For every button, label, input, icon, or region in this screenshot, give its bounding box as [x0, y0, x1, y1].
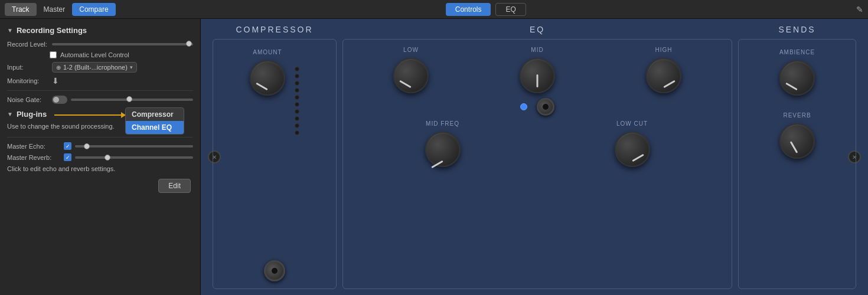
led-3 [295, 81, 299, 86]
record-level-slider[interactable] [52, 43, 193, 45]
eq-low-knob[interactable] [393, 58, 429, 93]
master-echo-slider[interactable] [75, 145, 193, 148]
monitoring-icon[interactable]: ⬇ [52, 76, 59, 86]
master-echo-checkbox[interactable] [64, 142, 71, 150]
eq-midfreq-label: MID FREQ [426, 120, 459, 127]
auto-level-checkbox[interactable] [50, 51, 57, 58]
reverb-knob[interactable] [779, 123, 815, 159]
master-reverb-thumb[interactable] [105, 155, 110, 160]
plugins-arrow [54, 114, 125, 116]
led-2 [295, 74, 299, 78]
master-reverb-checkbox[interactable] [64, 153, 71, 161]
noise-gate-toggle[interactable] [52, 96, 67, 104]
divider-2 [7, 137, 193, 137]
eq-midfreq-knob[interactable] [425, 132, 461, 167]
master-reverb-slider[interactable] [75, 156, 193, 159]
amount-knob-container: AMOUNT [250, 49, 285, 96]
tab-track[interactable]: Track [5, 3, 37, 16]
led-6 [295, 102, 299, 107]
echo-reverb-text: Click to edit echo and reverb settings. [7, 165, 193, 173]
led-column [295, 67, 299, 135]
eq-high-knob[interactable] [646, 58, 681, 93]
plugins-triangle-icon: ▼ [7, 111, 13, 117]
eq-middle-row [350, 98, 725, 116]
reverb-label: REVERB [783, 112, 811, 119]
compressor-jack-area [264, 253, 285, 281]
right-panel: ✕ ✕ COMPRESSOR AMOUNT [201, 19, 868, 295]
input-value: 1-2 (Built-...icrophone) [63, 64, 128, 71]
eq-inner: LOW MID HIGH [350, 47, 725, 167]
noise-gate-slider[interactable] [71, 99, 193, 101]
plugins-section: ▼ Plug-ins Compressor Channel EQ Use to … [7, 110, 193, 131]
compressor-title: COMPRESSOR [236, 25, 313, 34]
btn-eq[interactable]: EQ [495, 3, 526, 16]
eq-lowcut-label: LOW CUT [616, 120, 648, 127]
eq-mid-container: MID [520, 47, 555, 93]
sends-box: AMBIENCE REVERB [738, 39, 856, 289]
plugin-compressor[interactable]: Compressor [126, 108, 184, 121]
eq-high-container: HIGH [646, 47, 681, 93]
center-controls: Controls EQ [116, 3, 856, 16]
eq-jack[interactable] [537, 98, 554, 116]
led-8 [295, 116, 299, 121]
input-label: Input: [7, 64, 48, 71]
link-icon: ⊕ [56, 64, 61, 71]
eq-lowcut-container: LOW CUT [615, 120, 650, 167]
master-echo-thumb[interactable] [84, 143, 90, 149]
pill-dot [53, 97, 59, 103]
instrument-body: COMPRESSOR AMOUNT [201, 19, 868, 295]
plugin-channel-eq[interactable]: Channel EQ [126, 121, 184, 134]
monitoring-row: Monitoring: ⬇ [7, 76, 193, 86]
eq-low-label: LOW [403, 47, 419, 53]
noise-gate-row: Noise Gate: [7, 96, 193, 104]
dropdown-arrow-icon: ▾ [130, 64, 133, 70]
record-level-label: Record Level: [7, 41, 48, 48]
master-reverb-label: Master Reverb: [7, 154, 60, 161]
record-level-thumb[interactable] [186, 41, 192, 47]
led-9 [295, 123, 299, 128]
amount-knob[interactable] [250, 60, 285, 96]
tab-master[interactable]: Master [37, 3, 73, 16]
master-echo-row: Master Echo: [7, 142, 193, 150]
eq-row-bottom: MID FREQ LOW CUT [350, 120, 725, 167]
eq-mid-label: MID [531, 47, 543, 53]
input-row: Input: ⊕ 1-2 (Built-...icrophone) ▾ [7, 62, 193, 73]
auto-level-row: Automatic Level Control [50, 51, 193, 58]
recording-settings-header[interactable]: ▼ Recording Settings [7, 26, 193, 35]
eq-low-container: LOW [393, 47, 429, 93]
plugins-header[interactable]: ▼ Plug-ins Compressor Channel EQ [7, 110, 193, 119]
noise-gate-label: Noise Gate: [7, 96, 48, 103]
compressor-box: AMOUNT [213, 39, 337, 289]
ambience-container: AMBIENCE [779, 49, 815, 96]
edit-button[interactable]: Edit [158, 179, 191, 193]
ambience-knob[interactable] [779, 60, 815, 96]
led-4 [295, 88, 299, 93]
top-bar: Track Master Compare Controls EQ ✎ [0, 0, 868, 19]
sends-inner: AMBIENCE REVERB [779, 47, 815, 159]
eq-title: EQ [530, 25, 545, 34]
plugins-title: Plug-ins [17, 110, 47, 119]
record-level-row: Record Level: [7, 41, 193, 48]
btn-controls[interactable]: Controls [446, 3, 491, 16]
auto-level-label: Automatic Level Control [60, 51, 129, 58]
ambience-label: AMBIENCE [779, 49, 815, 55]
plugin-list: Compressor Channel EQ [125, 107, 184, 135]
led-1 [295, 67, 299, 71]
noise-gate-thumb[interactable] [126, 96, 132, 102]
edit-icon[interactable]: ✎ [856, 5, 863, 14]
led-10 [295, 130, 299, 135]
eq-midfreq-container: MID FREQ [425, 120, 461, 167]
eq-mid-knob[interactable] [520, 58, 555, 93]
led-5 [295, 95, 299, 100]
master-echo-label: Master Echo: [7, 143, 60, 150]
led-7 [295, 109, 299, 114]
recording-settings-title: Recording Settings [17, 26, 87, 35]
tab-compare[interactable]: Compare [72, 3, 115, 16]
input-selector[interactable]: ⊕ 1-2 (Built-...icrophone) ▾ [52, 62, 137, 73]
compressor-inner: AMOUNT [250, 47, 299, 135]
eq-lowcut-knob[interactable] [615, 132, 650, 167]
compressor-jack[interactable] [264, 260, 285, 281]
top-bar-right: ✎ [856, 5, 863, 14]
compressor-wrapper: COMPRESSOR AMOUNT [213, 25, 337, 289]
eq-box: LOW MID HIGH [342, 39, 732, 289]
